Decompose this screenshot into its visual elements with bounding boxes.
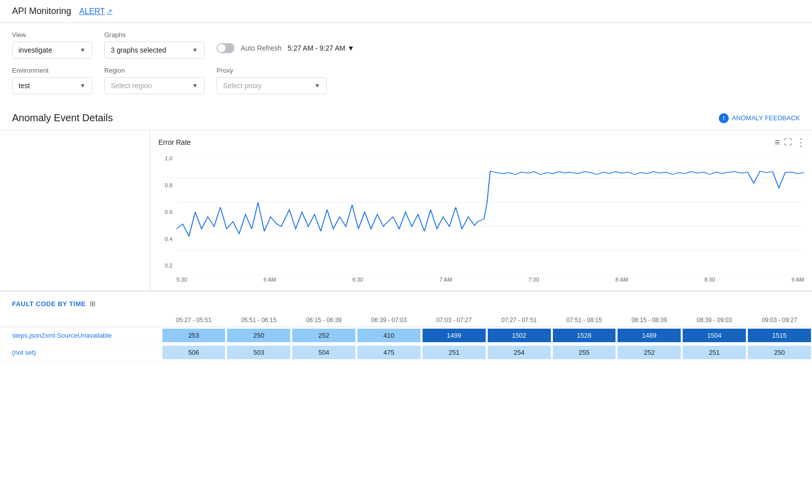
environment-control: Environment test ▼ (12, 67, 92, 94)
proxy-control: Proxy Select proxy ▼ (217, 67, 327, 94)
toggle-knob (218, 44, 226, 52)
col-header-5: 07:27 - 07:51 (487, 314, 552, 327)
region-chevron-icon: ▼ (192, 82, 198, 89)
fault-cell: 255 (552, 344, 617, 361)
fault-cell: 504 (291, 344, 356, 361)
proxy-label: Proxy (217, 67, 327, 74)
proxy-chevron-icon: ▼ (314, 82, 320, 89)
fault-cell: 1502 (487, 327, 552, 344)
x-axis: 5:30 6 AM 6:30 7 AM 7:30 8 AM 8:30 9 AM (176, 275, 804, 283)
fault-cell: 410 (356, 327, 422, 344)
fault-cell: 506 (161, 344, 227, 361)
col-header-7: 08:15 - 08:39 (617, 314, 682, 327)
fault-row-label[interactable]: steps.json2xml.SourceUnavailable (0, 327, 161, 344)
page-header: API Monitoring ALERT ↗ (0, 0, 812, 23)
col-header-3: 06:39 - 07:03 (356, 314, 422, 327)
fault-cell: 253 (161, 327, 227, 344)
view-chevron-icon: ▼ (80, 47, 86, 54)
graphs-chevron-icon: ▼ (192, 47, 198, 54)
fault-table-row: steps.json2xml.SourceUnavailable25325025… (0, 327, 812, 344)
fault-cell: 251 (422, 344, 487, 361)
col-header-8: 08:39 - 09:03 (682, 314, 747, 327)
export-icon[interactable]: ⊞ (90, 300, 96, 308)
fault-cell: 1504 (682, 327, 747, 344)
anomaly-title: Anomaly Event Details (12, 112, 113, 124)
fault-table-title: FAULT CODE BY TIME (12, 300, 86, 308)
graphs-control: Graphs 3 graphs selected ▼ (104, 31, 205, 59)
region-label: Region (104, 67, 205, 74)
controls-section: View investigate ▼ Graphs 3 graphs selec… (0, 23, 812, 106)
region-dropdown[interactable]: Select region ▼ (104, 77, 205, 94)
graphs-label: Graphs (104, 31, 205, 39)
chart-section: Error Rate ≡ ⛶ ⋮ 1.0 0.8 0.6 0.4 0.2 (0, 130, 812, 291)
col-header-label (0, 314, 161, 327)
region-control: Region Select region ▼ (104, 67, 205, 94)
y-axis: 1.0 0.8 0.6 0.4 0.2 (158, 154, 176, 283)
legend-icon[interactable]: ≡ (774, 137, 780, 148)
more-icon[interactable]: ⋮ (796, 136, 806, 148)
chart-svg (176, 154, 804, 275)
fault-cell: 250 (226, 327, 291, 344)
fault-cell: 252 (617, 344, 682, 361)
chart-title: Error Rate (158, 138, 191, 146)
fault-table-row: (not set)506503504475251254255252251250 (0, 344, 812, 361)
graphs-dropdown[interactable]: 3 graphs selected ▼ (104, 42, 205, 59)
proxy-dropdown[interactable]: Select proxy ▼ (217, 77, 327, 94)
fault-table: 05:27 - 05:51 05:51 - 06:15 06:15 - 06:3… (0, 314, 812, 361)
chart-toolbar: ≡ ⛶ ⋮ (774, 136, 806, 148)
fault-cell: 1499 (422, 327, 487, 344)
fault-header: FAULT CODE BY TIME ⊞ (0, 291, 812, 314)
view-label: View (12, 31, 92, 39)
controls-row-1: View investigate ▼ Graphs 3 graphs selec… (12, 31, 800, 59)
page-title: API Monitoring (12, 6, 71, 17)
fault-table-header-row: 05:27 - 05:51 05:51 - 06:15 06:15 - 06:3… (0, 314, 812, 327)
col-header-2: 06:15 - 06:39 (291, 314, 356, 327)
controls-row-2: Environment test ▼ Region Select region … (12, 67, 800, 94)
auto-refresh-group: Auto Refresh 5:27 AM - 9:27 AM ▼ (217, 43, 354, 53)
alert-link[interactable]: ALERT ↗ (79, 7, 112, 16)
col-header-6: 07:51 - 08:15 (552, 314, 617, 327)
col-header-0: 05:27 - 05:51 (161, 314, 227, 327)
anomaly-header: Anomaly Event Details ! ANOMALY FEEDBACK (0, 106, 812, 130)
auto-refresh-toggle[interactable] (217, 43, 235, 53)
chart-left-panel (0, 130, 150, 291)
view-control: View investigate ▼ (12, 31, 92, 59)
environment-label: Environment (12, 67, 92, 74)
anomaly-feedback-button[interactable]: ! ANOMALY FEEDBACK (719, 113, 800, 123)
fault-cell: 503 (226, 344, 291, 361)
fault-cell: 254 (487, 344, 552, 361)
time-range-chevron-icon: ▼ (347, 44, 354, 52)
expand-icon[interactable]: ⛶ (784, 138, 792, 147)
anomaly-feedback-icon: ! (719, 113, 729, 123)
environment-dropdown[interactable]: test ▼ (12, 77, 92, 94)
fault-cell: 251 (682, 344, 747, 361)
col-header-1: 05:51 - 06:15 (226, 314, 291, 327)
col-header-9: 09:03 - 09:27 (747, 314, 812, 327)
fault-cell: 475 (356, 344, 422, 361)
fault-cell: 1489 (617, 327, 682, 344)
fault-row-label[interactable]: (not set) (0, 344, 161, 361)
time-range-picker[interactable]: 5:27 AM - 9:27 AM ▼ (288, 44, 354, 52)
fault-cell: 1528 (552, 327, 617, 344)
col-header-4: 07:03 - 07:27 (422, 314, 487, 327)
view-dropdown[interactable]: investigate ▼ (12, 42, 92, 59)
auto-refresh-label: Auto Refresh (241, 44, 282, 52)
fault-cell: 250 (747, 344, 812, 361)
fault-section: FAULT CODE BY TIME ⊞ 05:27 - 05:51 05:51… (0, 291, 812, 373)
external-link-icon: ↗ (107, 8, 112, 15)
environment-chevron-icon: ▼ (80, 82, 86, 89)
fault-cell: 1515 (747, 327, 812, 344)
fault-cell: 252 (291, 327, 356, 344)
chart-container: Error Rate ≡ ⛶ ⋮ 1.0 0.8 0.6 0.4 0.2 (150, 130, 812, 291)
